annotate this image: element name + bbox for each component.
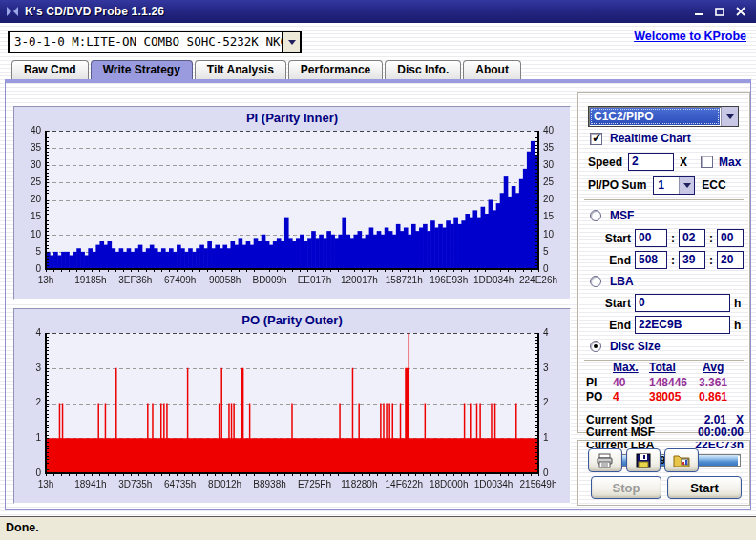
stat-po-avg: 0.861 [699,390,727,404]
stat-pi-avg: 3.361 [699,376,727,389]
msf-radio[interactable] [590,210,601,221]
tab-write-strategy[interactable]: Write Strategy [91,60,193,79]
tab-raw-cmd[interactable]: Raw Cmd [11,60,89,79]
lba-start-input[interactable]: 0 [635,294,730,312]
lba-radio[interactable] [590,276,601,287]
printer-icon [596,453,615,468]
disc-size-label: Disc Size [610,340,661,353]
msf-start-sec[interactable]: 02 [679,229,705,247]
drive-selector[interactable]: 3-0-1-0 M:LITE-ON COMBO SOHC-5232K NK06 [8,31,302,53]
current-msf-row: Current MSF 00:00:00 [586,426,744,439]
pipo-sum-select[interactable]: 1 [653,176,695,195]
chevron-down-icon [726,114,734,123]
msf-start-frame[interactable]: 00 [717,229,744,247]
app-window: K's CD/DVD Probe 1.1.26 3-0-1-0 M:LITE-O… [0,0,756,540]
lba-end-label: End [599,319,631,332]
stop-button[interactable]: Stop [591,476,662,499]
welcome-link[interactable]: Welcome to KProbe [634,30,746,43]
maximize-icon[interactable] [714,7,725,17]
save-button[interactable] [626,448,661,472]
actions-group: Stop Start [578,440,750,506]
msf-start-min[interactable]: 00 [635,229,667,247]
current-msf-value: 00:00:00 [698,426,744,439]
po-chart-panel: PO (Parity Outer) [13,308,571,504]
tab-about[interactable]: About [463,60,521,79]
window-title: K's CD/DVD Probe 1.1.26 [25,5,693,18]
msf-end-min[interactable]: 508 [635,251,667,269]
ecc-label: ECC [702,178,725,192]
stat-header-max: Max. [613,361,639,374]
max-speed-checkbox[interactable] [701,156,713,168]
separator [584,199,744,201]
print-button[interactable] [588,448,622,472]
po-chart-canvas [15,328,569,498]
msf-end-sec[interactable]: 39 [679,251,705,269]
mode-select-value: C1C2/PIPO [590,108,720,125]
stat-pi-label: PI [586,376,597,389]
stat-header-total: Total [649,361,676,374]
pi-chart-canvas [15,126,569,294]
max-label: Max [719,156,741,169]
realtime-chart-checkbox[interactable] [590,133,602,145]
disc-size-radio[interactable] [590,341,601,352]
colon: : [671,232,675,245]
stat-po-label: PO [586,390,602,404]
current-msf-label: Current MSF [586,426,655,439]
po-chart-title: PO (Parity Outer) [14,309,570,328]
stat-po-total: 38005 [649,390,681,404]
lba-label: LBA [610,275,634,288]
mode-dropdown-button[interactable] [721,107,738,126]
msf-start-label: Start [599,232,631,245]
status-text: Done. [6,521,39,534]
realtime-chart-label: Realtime Chart [610,132,691,145]
chevron-down-icon [288,40,296,49]
lba-start-label: Start [599,297,631,310]
speed-label: Speed [588,156,622,169]
msf-end-label: End [599,254,631,267]
controls-group: C1C2/PIPO Realtime Chart Speed 2 X Max P… [578,92,750,433]
stat-pi-total: 148446 [649,376,687,389]
tab-bar: Raw Cmd Write Strategy Tilt Analysis Per… [11,60,521,79]
save-icon [636,453,651,468]
app-icon [6,6,19,17]
current-spd-value: 2.01 X [704,413,744,426]
start-button[interactable]: Start [667,476,742,499]
pi-chart-panel: PI (Parity Inner) [13,106,571,300]
pi-chart-title: PI (Parity Inner) [14,107,570,126]
stat-po-max: 4 [613,390,620,404]
msf-label: MSF [610,209,634,222]
msf-end-frame[interactable]: 20 [717,251,744,269]
mode-select[interactable]: C1C2/PIPO [588,106,739,127]
colon: : [709,232,713,245]
close-icon[interactable] [735,7,746,17]
stat-pi-max: 40 [613,376,625,389]
speed-input[interactable]: 2 [628,153,674,171]
status-bar: Done. [0,516,756,540]
drive-selector-value: 3-0-1-0 M:LITE-ON COMBO SOHC-5232K NK06 [10,32,282,52]
tab-tilt-analysis[interactable]: Tilt Analysis [195,60,286,79]
tab-performance[interactable]: Performance [288,60,383,79]
lba-end-unit: h [734,319,741,332]
current-spd-label: Current Spd [586,413,652,426]
save-chart-image-button[interactable] [664,448,699,472]
stat-header-avg: Avg [703,361,724,374]
current-spd-row: Current Spd 2.01 X [586,413,744,426]
drive-dropdown-button[interactable] [282,32,300,52]
lba-end-input[interactable]: 22EC9B [635,316,730,334]
speed-unit-label: X [680,156,687,169]
minimize-icon[interactable] [693,7,704,17]
lba-start-unit: h [734,297,741,310]
colon: : [709,254,713,267]
pipo-sum-label: PI/PO Sum [588,178,646,192]
tab-disc-info[interactable]: Disc Info. [385,60,461,79]
chart-image-icon [673,453,690,467]
pipo-sum-value: 1 [654,177,679,194]
colon: : [671,254,675,267]
chevron-down-icon[interactable] [679,177,694,194]
title-bar: K's CD/DVD Probe 1.1.26 [0,0,756,23]
